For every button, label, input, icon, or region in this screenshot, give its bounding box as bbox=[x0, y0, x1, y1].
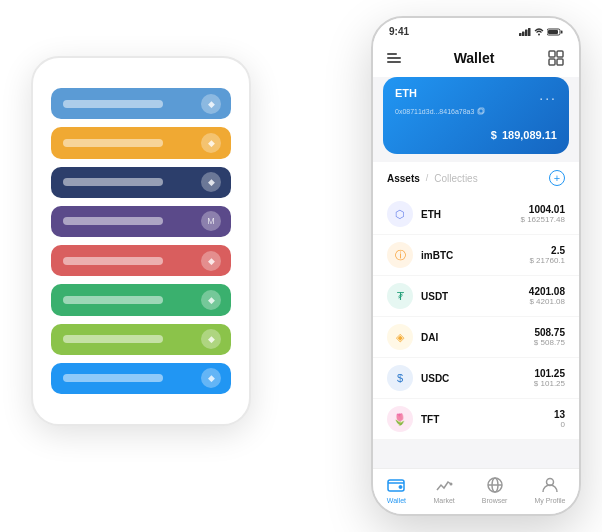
svg-rect-7 bbox=[561, 30, 563, 33]
asset-usd: $ 162517.48 bbox=[521, 215, 566, 224]
svg-rect-8 bbox=[549, 51, 555, 57]
eth-balance: $ 189,089.11 bbox=[395, 123, 557, 144]
nav-label-my-profile: My Profile bbox=[534, 497, 565, 504]
card-icon: ◆ bbox=[201, 329, 221, 349]
wifi-icon bbox=[534, 28, 544, 36]
asset-item[interactable]: ⓘ imBTC 2.5 $ 21760.1 bbox=[373, 235, 579, 276]
asset-usd: $ 4201.08 bbox=[529, 297, 565, 306]
back-phone: ◆◆◆M◆◆◆◆ bbox=[31, 56, 251, 426]
wallet-card-row[interactable]: ◆ bbox=[51, 88, 231, 119]
card-icon: ◆ bbox=[201, 251, 221, 271]
asset-name: USDC bbox=[421, 373, 526, 384]
asset-info: ETH bbox=[421, 209, 513, 220]
svg-rect-0 bbox=[519, 33, 522, 36]
tab-collecties[interactable]: Collecties bbox=[434, 173, 477, 184]
wallet-card-row[interactable]: M bbox=[51, 206, 231, 237]
asset-amount: 101.25 bbox=[534, 368, 565, 379]
nav-item-wallet[interactable]: Wallet bbox=[386, 475, 406, 504]
wallet-card-row[interactable]: ◆ bbox=[51, 245, 231, 276]
eth-card[interactable]: ETH ... 0x08711d3d...8416a78a3 $ 189,089… bbox=[383, 77, 569, 154]
status-icons bbox=[519, 28, 563, 36]
wallet-card-row[interactable]: ◆ bbox=[51, 127, 231, 158]
nav-item-browser[interactable]: Browser bbox=[482, 475, 508, 504]
nav-label-market: Market bbox=[433, 497, 454, 504]
nav-item-my-profile[interactable]: My Profile bbox=[534, 475, 565, 504]
asset-name: DAI bbox=[421, 332, 526, 343]
eth-address: 0x08711d3d...8416a78a3 bbox=[395, 107, 557, 115]
asset-item[interactable]: ⬡ ETH 1004.01 $ 162517.48 bbox=[373, 194, 579, 235]
asset-info: USDC bbox=[421, 373, 526, 384]
card-icon: ◆ bbox=[201, 368, 221, 388]
wallet-title: Wallet bbox=[454, 50, 495, 66]
asset-name: ETH bbox=[421, 209, 513, 220]
nav-label-browser: Browser bbox=[482, 497, 508, 504]
expand-icon bbox=[548, 50, 564, 66]
asset-amount: 4201.08 bbox=[529, 286, 565, 297]
card-icon: ◆ bbox=[201, 172, 221, 192]
card-label bbox=[63, 100, 163, 108]
card-label bbox=[63, 139, 163, 147]
asset-amount: 13 bbox=[554, 409, 565, 420]
svg-point-16 bbox=[450, 483, 453, 486]
svg-point-4 bbox=[538, 33, 540, 35]
menu-line bbox=[387, 61, 401, 63]
market-icon bbox=[434, 475, 454, 495]
wallet-card-row[interactable]: ◆ bbox=[51, 167, 231, 198]
eth-card-label: ETH bbox=[395, 87, 417, 99]
wallet-card-row[interactable]: ◆ bbox=[51, 324, 231, 355]
svg-rect-9 bbox=[557, 51, 563, 57]
card-label bbox=[63, 217, 163, 225]
eth-card-more[interactable]: ... bbox=[539, 87, 557, 103]
card-label bbox=[63, 178, 163, 186]
asset-info: TFT bbox=[421, 414, 546, 425]
asset-name: TFT bbox=[421, 414, 546, 425]
svg-rect-3 bbox=[528, 28, 531, 36]
tab-separator: / bbox=[426, 173, 429, 183]
menu-line bbox=[387, 53, 397, 55]
eth-card-header: ETH ... bbox=[395, 87, 557, 103]
asset-values: 4201.08 $ 4201.08 bbox=[529, 286, 565, 306]
bottom-nav: Wallet Market Browser My Profile bbox=[373, 468, 579, 514]
assets-tabs: Assets / Collecties bbox=[387, 173, 478, 184]
asset-amount: 508.75 bbox=[534, 327, 565, 338]
front-phone: 9:41 bbox=[371, 16, 581, 516]
asset-icon: ₮ bbox=[387, 283, 413, 309]
battery-icon bbox=[547, 28, 563, 36]
asset-icon: ◈ bbox=[387, 324, 413, 350]
asset-item[interactable]: ₮ USDT 4201.08 $ 4201.08 bbox=[373, 276, 579, 317]
asset-usd: $ 101.25 bbox=[534, 379, 565, 388]
card-label bbox=[63, 257, 163, 265]
add-asset-button[interactable]: + bbox=[549, 170, 565, 186]
asset-item[interactable]: $ USDC 101.25 $ 101.25 bbox=[373, 358, 579, 399]
wallet-card-row[interactable]: ◆ bbox=[51, 363, 231, 394]
svg-rect-6 bbox=[548, 30, 558, 34]
card-icon: ◆ bbox=[201, 290, 221, 310]
card-label bbox=[63, 296, 163, 304]
wallet-icon bbox=[386, 475, 406, 495]
asset-usd: $ 21760.1 bbox=[529, 256, 565, 265]
tab-assets[interactable]: Assets bbox=[387, 173, 420, 184]
asset-icon: ⓘ bbox=[387, 242, 413, 268]
card-label bbox=[63, 374, 163, 382]
menu-line bbox=[387, 57, 401, 59]
asset-name: imBTC bbox=[421, 250, 521, 261]
nav-label-wallet: Wallet bbox=[387, 497, 406, 504]
asset-values: 13 0 bbox=[554, 409, 565, 429]
asset-name: USDT bbox=[421, 291, 521, 302]
asset-icon: $ bbox=[387, 365, 413, 391]
svg-rect-2 bbox=[525, 29, 528, 36]
menu-button[interactable] bbox=[387, 53, 401, 63]
card-icon: ◆ bbox=[201, 133, 221, 153]
asset-amount: 2.5 bbox=[529, 245, 565, 256]
asset-values: 2.5 $ 21760.1 bbox=[529, 245, 565, 265]
asset-item[interactable]: ◈ DAI 508.75 $ 508.75 bbox=[373, 317, 579, 358]
asset-usd: $ 508.75 bbox=[534, 338, 565, 347]
asset-icon: 🌷 bbox=[387, 406, 413, 432]
wallet-card-row[interactable]: ◆ bbox=[51, 284, 231, 315]
nav-item-market[interactable]: Market bbox=[433, 475, 454, 504]
asset-item[interactable]: 🌷 TFT 13 0 bbox=[373, 399, 579, 440]
asset-list: ⬡ ETH 1004.01 $ 162517.48 ⓘ imBTC 2.5 $ … bbox=[373, 194, 579, 440]
expand-button[interactable] bbox=[547, 49, 565, 67]
asset-icon: ⬡ bbox=[387, 201, 413, 227]
assets-header: Assets / Collecties + bbox=[373, 162, 579, 194]
